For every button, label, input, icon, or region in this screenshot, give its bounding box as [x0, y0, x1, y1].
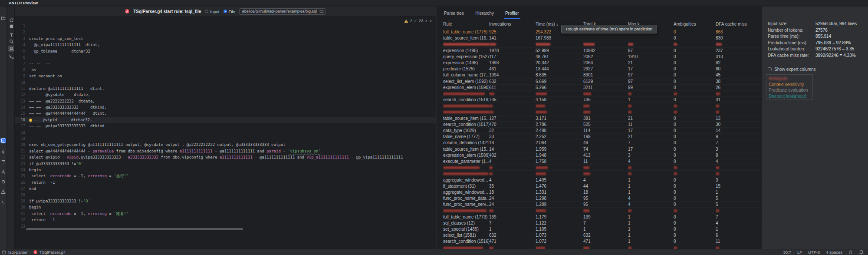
- code-line-5[interactable]: 5 @p_tblname dtchar32: [15, 48, 436, 54]
- antlr-tool-icon[interactable]: [0, 169, 6, 175]
- text-tool-icon[interactable]: [8, 32, 14, 38]
- file-encoding[interactable]: UTF-8: [808, 250, 820, 255]
- code-line-6[interactable]: 6: [15, 54, 436, 60]
- notifications-bell-icon[interactable]: [859, 250, 864, 255]
- code-line-23[interactable]: 23if @a333333333333 !='0': [15, 161, 436, 167]
- code-line-1[interactable]: 1: [15, 23, 436, 29]
- hierarchy-icon[interactable]: [8, 53, 14, 60]
- code-line-29[interactable]: 29if @vipa333333333333 !='0': [15, 198, 436, 204]
- project-widget-icon[interactable]: [2, 250, 6, 255]
- tab-parse-tree[interactable]: Parse tree: [444, 11, 464, 16]
- profiler-row[interactable]: aggregate_windowed...41.4954103: [437, 177, 763, 183]
- profiler-mode-icon[interactable]: [8, 46, 14, 52]
- column-ambiguities[interactable]: Ambiguities: [674, 20, 716, 29]
- services-icon[interactable]: [0, 179, 6, 185]
- file-radio[interactable]: File: [224, 9, 235, 14]
- profiler-row[interactable]: table_source_item (15...1273.17138121013: [437, 116, 763, 122]
- next-problem-icon[interactable]: ∨: [429, 19, 432, 23]
- profiler-row[interactable]: query_expression (1527)11748.76120621910…: [437, 54, 763, 60]
- code-line-11[interactable]: 11declare @a1111111111111 dtint,: [15, 86, 436, 92]
- code-line-32[interactable]: 32 return -1: [15, 217, 436, 223]
- antlr-preview-icon[interactable]: [0, 138, 6, 143]
- profiler-row[interactable]: aggregate_windowed...181.33118101: [437, 189, 763, 195]
- profiler-row[interactable]: column_definition (1421)182.06449707: [437, 140, 763, 146]
- profiler-row[interactable]: search_condition (1519)7354.1587351031: [437, 97, 763, 103]
- profiler-row[interactable]: sql_clauses (12)71.1227104: [437, 220, 763, 226]
- horizontal-scrollbar[interactable]: [26, 228, 243, 230]
- code-line-13[interactable]: 13—— —— @a2222222222 dtdate,: [15, 98, 436, 104]
- profiler-row[interactable]: full_column_name (17...10948.63583019704…: [437, 72, 763, 78]
- refresh-icon[interactable]: [8, 17, 14, 23]
- indent-setting[interactable]: 4 spaces: [826, 250, 842, 255]
- profiler-row[interactable]: select_list (1581)6321.073632106: [437, 232, 763, 238]
- column-rule[interactable]: Rule: [443, 20, 489, 29]
- code-line-25[interactable]: 25 select errorcode = -1, errormsg = '执行…: [15, 173, 436, 179]
- code-line-22[interactable]: 22select @vipid = vipid,@vipa33333333333…: [15, 154, 436, 160]
- profiler-row[interactable]: search_condition (1517)4702.78652511030: [437, 122, 763, 128]
- code-editor[interactable]: 123create proc up_com_test4 @p_vipa11111…: [15, 17, 436, 233]
- profiler-row-redacted[interactable]: [437, 109, 763, 115]
- profiler-row-redacted[interactable]: [437, 165, 763, 171]
- stop-icon[interactable]: [8, 23, 14, 29]
- profiler-row[interactable]: table_source_item (16...141167.9830830: [437, 35, 763, 41]
- input-radio-icon[interactable]: [205, 10, 208, 13]
- profiler-row[interactable]: expression_elem (1590)6115.266321199026: [437, 85, 763, 91]
- code-line-24[interactable]: 24begin: [15, 167, 436, 173]
- code-line-2[interactable]: 2: [15, 29, 436, 35]
- profiler-row[interactable]: table_name (1777)332.2521992109: [437, 134, 763, 140]
- column-invocations[interactable]: Invocations: [489, 20, 536, 29]
- profiler-row[interactable]: if_statement (31)351.476441015: [437, 183, 763, 189]
- intention-bulb-icon[interactable]: [29, 119, 32, 122]
- profiler-row[interactable]: set_special (1485)11.1051101: [437, 226, 763, 232]
- profiler-row[interactable]: expression (1498)199820.342206421082: [437, 60, 763, 66]
- prev-problem-icon[interactable]: ∧: [425, 19, 427, 23]
- profiler-row[interactable]: func_proc_name_data...241.29895405: [437, 195, 763, 202]
- profiler-row[interactable]: expression (1495)197852.99910982970237: [437, 48, 763, 54]
- profiler-row[interactable]: func_proc_name_serv...241.28995405: [437, 202, 763, 208]
- code-line-17[interactable]: 17—— —— @vipa333333333333 dtkind: [15, 123, 436, 129]
- commit-icon[interactable]: [0, 149, 6, 155]
- code-line-31[interactable]: 31 select errorcode = -1, errormsg = '准备…: [15, 211, 436, 217]
- column-dfa-cache-miss[interactable]: DFA cache miss: [716, 20, 763, 29]
- profiler-row[interactable]: expression_elem (1589)4021.948413308: [437, 152, 763, 159]
- profiler-row[interactable]: predicate (1525)46113.444292717080: [437, 66, 763, 72]
- profiler-row[interactable]: select_list_elem (1592)6326.669612997038: [437, 79, 763, 85]
- code-line-7[interactable]: 7-- -- --: [15, 60, 436, 66]
- structure-icon[interactable]: [0, 159, 6, 165]
- show-expert-columns-checkbox[interactable]: Show expert columns: [768, 67, 816, 72]
- profiler-row-redacted[interactable]: [437, 245, 763, 249]
- code-line-26[interactable]: 26 return -1: [15, 179, 436, 185]
- line-separator[interactable]: LF: [797, 250, 802, 255]
- profiler-row-redacted[interactable]: [437, 91, 763, 97]
- tab-hierarchy[interactable]: Hierarchy: [475, 11, 494, 16]
- status-project-name[interactable]: tsql-parser: [8, 250, 28, 255]
- profiler-row[interactable]: search_condition (1516)4711.0724711011: [437, 238, 763, 245]
- profiler-row[interactable]: data_type (1829)322.48811417014: [437, 128, 763, 134]
- search-icon[interactable]: [8, 38, 14, 44]
- inspection-widget[interactable]: 2 ✓ 23 ∧ ∨: [404, 19, 432, 23]
- profiler-row[interactable]: table_source_item (15...141.959741703: [437, 146, 763, 152]
- code-line-18[interactable]: 18: [15, 129, 436, 136]
- code-line-10[interactable]: 10: [15, 79, 436, 86]
- profiler-row[interactable]: full_table_name (1773)1391.179139107: [437, 214, 763, 220]
- code-line-9[interactable]: 9set nocount on: [15, 73, 436, 79]
- file-radio-icon[interactable]: [224, 10, 227, 13]
- profiler-row-redacted[interactable]: [437, 103, 763, 109]
- code-line-14[interactable]: 14—— —— @a333333333333 dtkind,: [15, 104, 436, 110]
- lock-icon[interactable]: [848, 250, 853, 255]
- code-line-20[interactable]: 20exec nb_com_getsysconfig @a11111111111…: [15, 142, 436, 148]
- caret-position[interactable]: 30:7: [783, 250, 791, 255]
- profiler-row[interactable]: execute_parameter (1...41.75811404: [437, 159, 763, 165]
- checkbox-icon[interactable]: [768, 67, 772, 71]
- tab-profiler[interactable]: Profiler: [505, 11, 519, 16]
- test-file-path-field[interactable]: ebelice/Github/tsql-parser/examples/big.…: [239, 8, 326, 15]
- terminal-icon[interactable]: [0, 199, 6, 205]
- code-line-15[interactable]: 15—— —— @a444444444444444 dtint,: [15, 110, 436, 116]
- code-line-3[interactable]: 3create proc up_com_test: [15, 36, 436, 42]
- problems-icon[interactable]: [0, 189, 6, 195]
- folder-icon[interactable]: [319, 9, 324, 13]
- code-line-12[interactable]: 12—— —— @sysdate dtdate,: [15, 92, 436, 98]
- code-line-28[interactable]: 28: [15, 192, 436, 198]
- code-line-30[interactable]: 30begin: [15, 204, 436, 210]
- code-line-19[interactable]: 19: [15, 136, 436, 142]
